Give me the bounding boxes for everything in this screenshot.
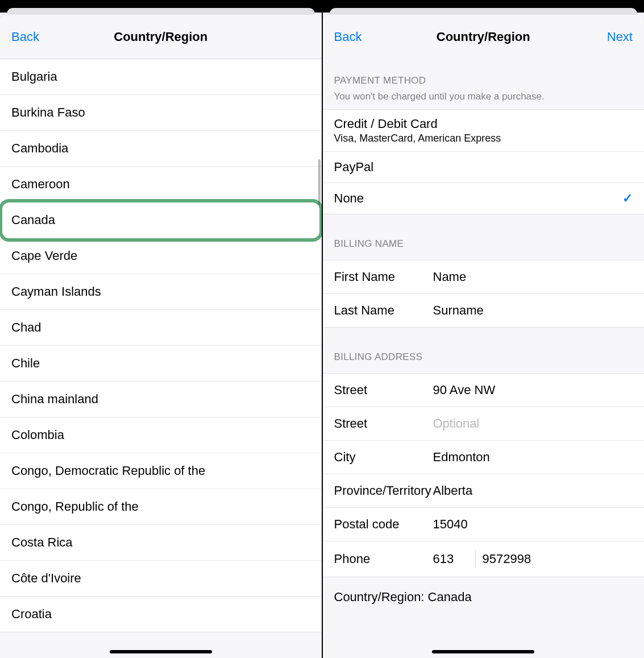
billing-address-header: Billing Address xyxy=(323,328,645,373)
back-button[interactable]: Back xyxy=(11,30,57,44)
city-row[interactable]: City xyxy=(323,441,645,474)
first-name-input[interactable] xyxy=(433,270,633,284)
country-item[interactable]: Croatia xyxy=(0,597,322,632)
country-item[interactable]: Canada xyxy=(0,202,322,238)
street1-input[interactable] xyxy=(433,383,633,398)
country-item[interactable]: Congo, Democratic Republic of the xyxy=(0,453,322,489)
street2-label: Street xyxy=(334,416,433,431)
last-name-input[interactable] xyxy=(433,303,633,318)
form-content[interactable]: Payment Method You won't be charged unti… xyxy=(323,59,645,658)
postal-input[interactable] xyxy=(433,517,633,532)
postal-label: Postal code xyxy=(334,517,433,532)
country-list: BulgariaBurkina FasoCambodiaCameroonCana… xyxy=(0,59,322,632)
right-screen: Back Country/Region Next Payment Method … xyxy=(323,0,645,658)
payment-option-sublabel: Visa, MasterCard, American Express xyxy=(334,133,633,144)
payment-options: Credit / Debit CardVisa, MasterCard, Ame… xyxy=(323,109,645,214)
province-input[interactable] xyxy=(433,483,633,498)
navbar: Back Country/Region Next xyxy=(323,15,645,59)
checkmark-icon: ✓ xyxy=(622,191,633,206)
country-item[interactable]: Chad xyxy=(0,310,322,346)
country-item[interactable]: China mainland xyxy=(0,382,322,417)
phone-value-wrap xyxy=(433,551,639,568)
country-item[interactable]: Burkina Faso xyxy=(0,95,322,131)
page-title: Country/Region xyxy=(437,30,530,44)
country-item[interactable]: Bulgaria xyxy=(0,59,322,95)
home-indicator[interactable] xyxy=(432,650,534,653)
city-input[interactable] xyxy=(433,450,633,465)
first-name-label: First Name xyxy=(334,270,433,284)
country-sheet: Back Country/Region BulgariaBurkina Faso… xyxy=(0,15,322,658)
scrollbar-thumb[interactable] xyxy=(318,159,321,205)
phone-label: Phone xyxy=(334,552,433,566)
street2-row[interactable]: Street xyxy=(323,407,645,441)
province-row[interactable]: Province/Territory xyxy=(323,474,645,508)
postal-row[interactable]: Postal code xyxy=(323,508,645,541)
country-item[interactable]: Congo, Republic of the xyxy=(0,489,322,525)
payment-option-label: None xyxy=(334,191,364,206)
payment-method-note: You won't be charged until you make a pu… xyxy=(323,90,645,109)
country-item[interactable]: Cameroon xyxy=(0,167,322,202)
phone-number-input[interactable] xyxy=(483,552,639,566)
country-item[interactable]: Cayman Islands xyxy=(0,274,322,310)
billing-name-fields: First Name Last Name xyxy=(323,260,645,328)
payment-option[interactable]: PayPal xyxy=(323,152,645,183)
street1-label: Street xyxy=(334,383,433,398)
payment-option-label: PayPal xyxy=(334,160,374,175)
page-title: Country/Region xyxy=(114,30,207,44)
left-screen: Back Country/Region BulgariaBurkina Faso… xyxy=(0,0,322,658)
payment-option[interactable]: None✓ xyxy=(323,183,645,214)
navbar: Back Country/Region xyxy=(0,15,322,59)
billing-name-header: Billing Name xyxy=(323,214,645,260)
province-label: Province/Territory xyxy=(334,483,433,498)
last-name-label: Last Name xyxy=(334,303,433,318)
country-item[interactable]: Costa Rica xyxy=(0,525,322,561)
city-label: City xyxy=(334,450,433,465)
payment-option-label: Credit / Debit Card xyxy=(334,117,633,131)
country-item[interactable]: Cambodia xyxy=(0,131,322,167)
street2-input[interactable] xyxy=(433,416,633,431)
country-item[interactable]: Côte d'Ivoire xyxy=(0,561,322,597)
country-region-footer[interactable]: Country/Region: Canada xyxy=(323,577,645,605)
street1-row[interactable]: Street xyxy=(323,374,645,407)
country-item[interactable]: Cape Verde xyxy=(0,238,322,274)
first-name-row[interactable]: First Name xyxy=(323,260,645,294)
country-item[interactable]: Colombia xyxy=(0,417,322,453)
home-indicator[interactable] xyxy=(110,650,212,653)
phone-separator xyxy=(475,551,476,568)
payment-sheet: Back Country/Region Next Payment Method … xyxy=(323,15,645,658)
phone-row[interactable]: Phone xyxy=(323,541,645,577)
last-name-row[interactable]: Last Name xyxy=(323,294,645,327)
billing-address-fields: Street Street City Province/Territory Po… xyxy=(323,373,645,577)
payment-method-header: Payment Method xyxy=(323,59,645,90)
country-list-content[interactable]: BulgariaBurkina FasoCambodiaCameroonCana… xyxy=(0,59,322,658)
payment-option[interactable]: Credit / Debit CardVisa, MasterCard, Ame… xyxy=(323,110,645,152)
country-item[interactable]: Chile xyxy=(0,346,322,382)
next-button[interactable]: Next xyxy=(587,30,633,44)
phone-code-input[interactable] xyxy=(433,552,468,566)
back-button[interactable]: Back xyxy=(334,30,380,44)
